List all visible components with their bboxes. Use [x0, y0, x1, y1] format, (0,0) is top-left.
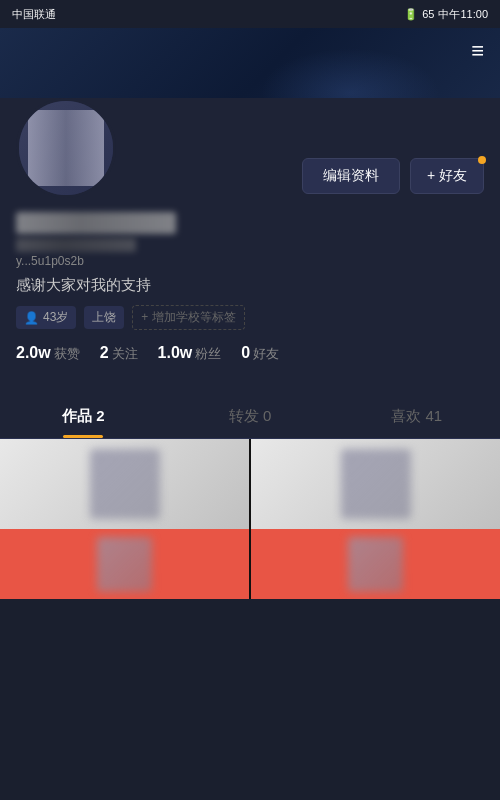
- profile-header: 编辑资料 + 好友: [16, 98, 484, 198]
- likes-label: 获赞: [54, 345, 80, 363]
- user-name-blurred: [16, 212, 176, 234]
- card-1-bottom: [0, 529, 249, 599]
- tab-reposts[interactable]: 转发 0: [167, 395, 334, 438]
- battery-icon: 🔋: [404, 8, 418, 21]
- blurred-face-1: [90, 449, 160, 519]
- add-tag-button[interactable]: + 增加学校等标签: [132, 305, 244, 330]
- avatar: [16, 98, 116, 198]
- likes-count: 2.0w: [16, 344, 51, 362]
- fans-label: 粉丝: [195, 345, 221, 363]
- tags-row: 👤 43岁 上饶 + 增加学校等标签: [16, 305, 484, 330]
- tabs-bar: 作品 2 转发 0 喜欢 41: [0, 395, 500, 439]
- carrier-text: 中国联通: [12, 7, 56, 22]
- edit-profile-button[interactable]: 编辑资料: [302, 158, 400, 194]
- status-right: 🔋 65 中午11:00: [404, 7, 488, 22]
- time-text: 中午11:00: [438, 7, 488, 22]
- following-label: 关注: [112, 345, 138, 363]
- card-1-top: [0, 439, 249, 529]
- stat-fans[interactable]: 1.0w 粉丝: [158, 344, 222, 363]
- blurred-face-2: [341, 449, 411, 519]
- card-2-bottom: [251, 529, 500, 599]
- following-count: 2: [100, 344, 109, 362]
- friends-label: 好友: [253, 345, 279, 363]
- age-tag: 👤 43岁: [16, 306, 76, 329]
- fans-count: 1.0w: [158, 344, 193, 362]
- blurred-face-1b: [97, 537, 152, 592]
- blurred-face-2b: [348, 537, 403, 592]
- user-name-block: y...5u1p0s2b: [16, 212, 484, 268]
- notification-dot: [478, 156, 486, 164]
- avatar-pixels: [28, 110, 103, 185]
- status-bar: 中国联通 🔋 65 中午11:00: [0, 0, 500, 28]
- content-card-2[interactable]: [251, 439, 500, 599]
- card-2-top: [251, 439, 500, 529]
- user-bio: 感谢大家对我的支持: [16, 276, 484, 295]
- add-friend-button[interactable]: + 好友: [410, 158, 484, 194]
- stat-friends[interactable]: 0 好友: [241, 344, 279, 363]
- content-grid: [0, 439, 500, 599]
- tab-works[interactable]: 作品 2: [0, 395, 167, 438]
- content-card-1[interactable]: [0, 439, 249, 599]
- stat-following[interactable]: 2 关注: [100, 344, 138, 363]
- user-id-text: y...5u1p0s2b: [16, 254, 484, 268]
- menu-icon[interactable]: ≡: [471, 38, 484, 64]
- battery-level: 65: [422, 8, 434, 20]
- action-buttons: 编辑资料 + 好友: [302, 158, 484, 194]
- tab-likes[interactable]: 喜欢 41: [333, 395, 500, 438]
- stat-likes: 2.0w 获赞: [16, 344, 80, 363]
- profile-section: 编辑资料 + 好友 y...5u1p0s2b 感谢大家对我的支持 👤 43岁 上…: [0, 98, 500, 395]
- user-id-blurred: [16, 238, 136, 252]
- location-tag: 上饶: [84, 306, 124, 329]
- friends-count: 0: [241, 344, 250, 362]
- person-icon: 👤: [24, 311, 39, 325]
- stats-row: 2.0w 获赞 2 关注 1.0w 粉丝 0 好友: [16, 344, 484, 363]
- avatar-inner: [19, 101, 113, 195]
